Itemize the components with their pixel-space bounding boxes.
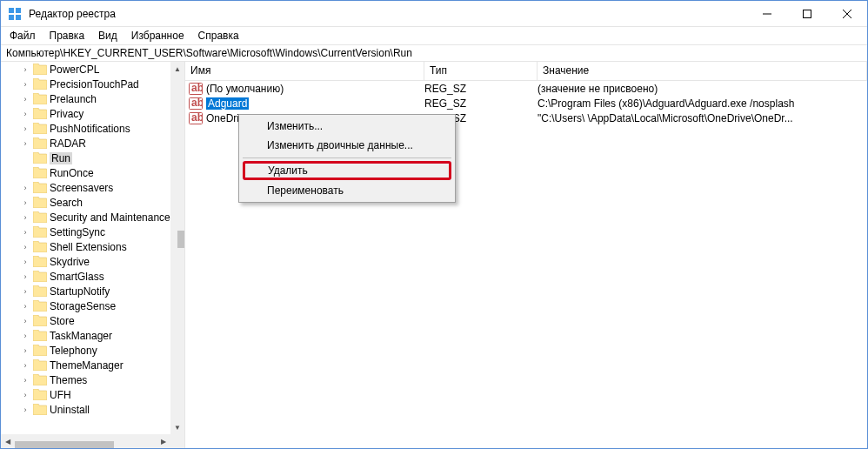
tree-item-smartglass[interactable]: ›SmartGlass — [1, 269, 170, 284]
tree-item-label: Privacy — [50, 108, 83, 120]
tree-item-powercpl[interactable]: ›PowerCPL — [1, 62, 170, 77]
window-title: Редактор реестра — [29, 8, 747, 20]
menu-file[interactable]: Файл — [4, 28, 41, 44]
chevron-right-icon[interactable]: › — [20, 65, 30, 74]
value-name: (По умолчанию) — [206, 83, 284, 95]
maximize-button[interactable] — [787, 1, 827, 26]
tree-item-prelaunch[interactable]: ›Prelaunch — [1, 91, 170, 106]
chevron-right-icon[interactable]: › — [20, 80, 30, 89]
tree-item-label: PowerCPL — [50, 64, 99, 76]
menu-help[interactable]: Справка — [193, 28, 244, 44]
tree-item-skydrive[interactable]: ›Skydrive — [1, 254, 170, 269]
ctx-rename[interactable]: Переименовать — [241, 181, 453, 200]
folder-icon — [33, 137, 47, 149]
tree-item-label: ThemeManager — [50, 359, 124, 372]
tree-item-shell-extensions[interactable]: ›Shell Extensions — [1, 239, 170, 254]
folder-icon — [33, 226, 47, 238]
chevron-right-icon[interactable]: › — [20, 95, 30, 104]
chevron-right-icon[interactable]: › — [20, 243, 30, 251]
tree-item-taskmanager[interactable]: ›TaskManager — [1, 328, 170, 343]
tree-item-telephony[interactable]: ›Telephony — [1, 343, 170, 358]
tree-horizontal-scrollbar[interactable]: ◀ ▶ — [1, 434, 170, 448]
chevron-right-icon[interactable]: › — [20, 376, 30, 385]
chevron-right-icon[interactable]: › — [20, 228, 30, 237]
chevron-right-icon[interactable]: › — [20, 332, 30, 340]
tree-item-security-and-maintenance[interactable]: ›Security and Maintenance — [1, 210, 170, 224]
tree-item-radar[interactable]: ›RADAR — [1, 136, 170, 151]
menu-edit[interactable]: Правка — [44, 28, 90, 44]
column-value[interactable]: Значение — [537, 62, 867, 80]
chevron-right-icon[interactable]: › — [20, 405, 30, 414]
tree-item-run[interactable]: Run — [1, 151, 170, 165]
tree-item-privacy[interactable]: ›Privacy — [1, 106, 170, 121]
tree-item-label: RADAR — [50, 137, 86, 150]
string-value-icon: ab — [189, 112, 203, 124]
column-type[interactable]: Тип — [424, 62, 537, 80]
folder-icon — [33, 93, 47, 104]
tree-item-label: Screensavers — [50, 182, 113, 194]
menu-view[interactable]: Вид — [93, 28, 123, 44]
scroll-right-icon[interactable]: ▶ — [157, 434, 170, 448]
ctx-modify-binary[interactable]: Изменить двоичные данные... — [241, 136, 453, 155]
value-data: (значение не присвоено) — [537, 83, 867, 95]
scroll-down-icon[interactable]: ▼ — [170, 420, 184, 434]
chevron-right-icon[interactable]: › — [20, 302, 30, 311]
app-icon — [8, 7, 22, 21]
registry-editor-window: Редактор реестра Файл Правка Вид Избранн… — [0, 0, 868, 449]
tree-pane: ›PowerCPL›PrecisionTouchPad›Prelaunch›Pr… — [1, 62, 185, 448]
tree-item-storagesense[interactable]: ›StorageSense — [1, 298, 170, 313]
highlight-delete: Удалить — [243, 161, 451, 180]
tree-item-pushnotifications[interactable]: ›PushNotifications — [1, 121, 170, 136]
menu-favorites[interactable]: Избранное — [126, 28, 190, 44]
chevron-right-icon[interactable]: › — [20, 317, 30, 325]
folder-icon — [33, 152, 47, 164]
tree-item-label: Search — [50, 197, 83, 209]
folder-icon — [33, 78, 47, 90]
folder-icon — [33, 167, 47, 178]
chevron-right-icon[interactable]: › — [20, 213, 30, 222]
folder-icon — [33, 197, 47, 208]
close-button[interactable] — [827, 1, 867, 26]
svg-text:ab: ab — [191, 97, 203, 109]
chevron-right-icon[interactable]: › — [20, 139, 30, 148]
chevron-right-icon[interactable]: › — [20, 272, 30, 281]
chevron-right-icon[interactable]: › — [20, 391, 30, 399]
svg-text:ab: ab — [191, 83, 203, 94]
tree-item-label: Skydrive — [50, 256, 90, 268]
chevron-right-icon[interactable]: › — [20, 198, 30, 207]
tree-item-precisiontouchpad[interactable]: ›PrecisionTouchPad — [1, 77, 170, 91]
column-name[interactable]: Имя — [185, 62, 424, 80]
tree-item-startupnotify[interactable]: ›StartupNotify — [1, 284, 170, 298]
scroll-thumb[interactable] — [177, 231, 185, 248]
tree-vertical-scrollbar[interactable]: ▲ ▼ — [170, 62, 184, 434]
ctx-modify[interactable]: Изменить... — [241, 117, 453, 136]
chevron-right-icon[interactable]: › — [20, 287, 30, 296]
tree-item-thememanager[interactable]: ›ThemeManager — [1, 358, 170, 372]
tree-item-themes[interactable]: ›Themes — [1, 372, 170, 387]
chevron-right-icon[interactable]: › — [20, 124, 30, 133]
minimize-button[interactable] — [747, 1, 787, 26]
tree-item-search[interactable]: ›Search — [1, 195, 170, 210]
chevron-right-icon[interactable]: › — [20, 346, 30, 355]
scroll-thumb[interactable] — [15, 441, 114, 448]
tree-item-label: Telephony — [50, 345, 97, 357]
chevron-right-icon[interactable]: › — [20, 184, 30, 192]
window-controls — [747, 1, 867, 26]
tree-item-settingsync[interactable]: ›SettingSync — [1, 224, 170, 239]
ctx-delete[interactable]: Удалить — [268, 164, 417, 177]
chevron-right-icon[interactable]: › — [20, 110, 30, 118]
tree-item-runonce[interactable]: RunOnce — [1, 165, 170, 180]
titlebar: Редактор реестра — [1, 1, 867, 27]
tree-item-ufh[interactable]: ›UFH — [1, 387, 170, 402]
chevron-right-icon[interactable]: › — [20, 258, 30, 266]
scroll-left-icon[interactable]: ◀ — [1, 434, 15, 448]
tree-item-store[interactable]: ›Store — [1, 313, 170, 328]
svg-rect-3 — [16, 15, 21, 20]
scroll-up-icon[interactable]: ▲ — [170, 62, 184, 76]
chevron-right-icon[interactable]: › — [20, 361, 30, 370]
value-row[interactable]: abAdguardREG_SZC:\Program Files (x86)\Ad… — [185, 96, 867, 111]
value-row[interactable]: ab(По умолчанию)REG_SZ(значение не присв… — [185, 81, 867, 96]
address-bar[interactable]: Компьютер\HKEY_CURRENT_USER\Software\Mic… — [1, 44, 867, 62]
tree-item-screensavers[interactable]: ›Screensavers — [1, 180, 170, 195]
tree-item-uninstall[interactable]: ›Uninstall — [1, 402, 170, 417]
